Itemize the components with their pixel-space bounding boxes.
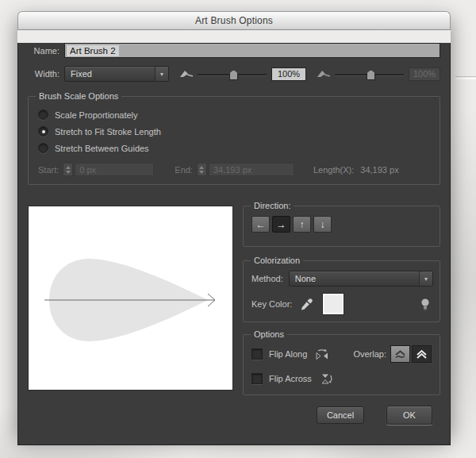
- width-value-field-1[interactable]: 100%: [271, 67, 306, 81]
- direction-legend: Direction:: [251, 201, 294, 210]
- name-input-selected-text: Art Brush 2: [67, 45, 119, 56]
- radio-stretch-between-guides[interactable]: Stretch Between Guides: [38, 140, 430, 156]
- radio-icon[interactable]: [38, 143, 48, 153]
- cancel-button[interactable]: Cancel: [317, 406, 364, 424]
- length-label: Length(X):: [313, 165, 354, 175]
- overlap-none-icon: [394, 349, 406, 359]
- width-value-1: 100%: [278, 69, 300, 79]
- start-field: 0 px: [75, 163, 154, 176]
- direction-left-button[interactable]: ←: [251, 216, 270, 233]
- brush-preview: [28, 206, 233, 391]
- direction-group: Direction: ← → ↑ ↓: [243, 206, 440, 247]
- width-slider-1[interactable]: [198, 67, 267, 80]
- radio-label: Stretch to Fit Stroke Length: [55, 127, 161, 137]
- method-label: Method:: [251, 274, 283, 283]
- start-value: 0 px: [79, 165, 96, 175]
- dropdown-arrow-icon: ▼: [155, 67, 168, 81]
- length-value: 34,193 px: [360, 165, 398, 175]
- width-value-2: 100%: [413, 69, 436, 79]
- stepper-icon: [197, 163, 207, 176]
- options-group: Options Flip Along Overlap:: [243, 334, 440, 395]
- arrow-up-icon: ↑: [300, 220, 305, 229]
- radio-label: Scale Proportionately: [55, 110, 138, 120]
- width-slider-2[interactable]: [335, 67, 404, 80]
- flip-along-label: Flip Along: [269, 349, 307, 359]
- overlap-adjust-icon: [416, 349, 428, 359]
- overlap-label: Overlap:: [353, 349, 386, 359]
- colorization-group: Colorization Method: None ▼ Key Color:: [243, 260, 440, 322]
- brush-preview-teardrop: [29, 206, 231, 388]
- key-color-label: Key Color:: [251, 299, 292, 309]
- start-label: Start:: [38, 165, 59, 175]
- dialog-titlebar[interactable]: Art Brush Options: [17, 11, 451, 30]
- end-label: End:: [175, 165, 193, 175]
- background-panel-seam: [455, 76, 476, 77]
- dialog-title: Art Brush Options: [195, 15, 273, 26]
- direction-right-button[interactable]: →: [272, 216, 290, 233]
- lightbulb-icon[interactable]: [420, 298, 430, 311]
- end-field: 34,193 px: [209, 163, 294, 176]
- radio-icon[interactable]: [38, 110, 48, 120]
- arrow-left-icon: ←: [256, 220, 266, 229]
- overlap-adjust-button[interactable]: [412, 345, 432, 363]
- art-brush-options-dialog: Art Brush Options Name: Art Brush 2 Widt…: [17, 11, 451, 433]
- direction-up-button[interactable]: ↑: [293, 216, 311, 233]
- flip-across-icon: [320, 372, 334, 385]
- stepper-icon: [63, 163, 73, 176]
- name-input[interactable]: Art Brush 2: [64, 43, 440, 58]
- width-dropdown[interactable]: Fixed ▼: [64, 66, 169, 82]
- eyedropper-icon[interactable]: [300, 298, 313, 311]
- brush-scale-options-group: Brush Scale Options Scale Proportionatel…: [28, 96, 440, 185]
- method-dropdown[interactable]: None ▼: [289, 271, 433, 287]
- flip-along-checkbox[interactable]: [251, 348, 263, 360]
- radio-scale-proportionately[interactable]: Scale Proportionately: [38, 106, 430, 123]
- width-dropdown-value: Fixed: [65, 69, 155, 79]
- flip-across-checkbox[interactable]: [251, 373, 263, 384]
- flip-across-label: Flip Across: [269, 374, 312, 383]
- key-color-swatch[interactable]: [323, 294, 344, 314]
- direction-down-button[interactable]: ↓: [313, 216, 332, 233]
- arrow-down-icon: ↓: [321, 220, 325, 229]
- radio-label: Stretch Between Guides: [55, 144, 149, 153]
- colorization-legend: Colorization: [251, 256, 303, 265]
- ok-button[interactable]: OK: [386, 406, 432, 425]
- end-value: 34,193 px: [213, 165, 251, 175]
- flip-along-icon: [315, 348, 329, 360]
- width-label: Width:: [28, 69, 60, 79]
- dropdown-arrow-icon: ▼: [419, 271, 432, 286]
- ok-button-label: OK: [403, 410, 416, 420]
- slider-thumb[interactable]: [367, 70, 375, 80]
- pen-pressure-icon: [178, 67, 194, 80]
- radio-stretch-to-fit[interactable]: Stretch to Fit Stroke Length: [38, 123, 430, 140]
- name-label: Name:: [28, 46, 60, 56]
- width-value-field-2: 100%: [409, 67, 440, 81]
- pen-pressure-icon: [316, 67, 331, 80]
- radio-icon-selected[interactable]: [38, 126, 48, 137]
- overlap-none-button[interactable]: [390, 345, 410, 363]
- background-panel-seam-highlight: [455, 78, 476, 79]
- slider-thumb[interactable]: [229, 70, 238, 80]
- options-legend: Options: [251, 329, 287, 339]
- method-dropdown-value: None: [290, 274, 419, 283]
- arrow-right-icon: →: [277, 220, 286, 229]
- dialog-body: Name: Art Brush 2 Width: Fixed ▼ 100%: [17, 43, 451, 445]
- cancel-button-label: Cancel: [327, 410, 354, 420]
- brush-scale-options-legend: Brush Scale Options: [36, 91, 121, 101]
